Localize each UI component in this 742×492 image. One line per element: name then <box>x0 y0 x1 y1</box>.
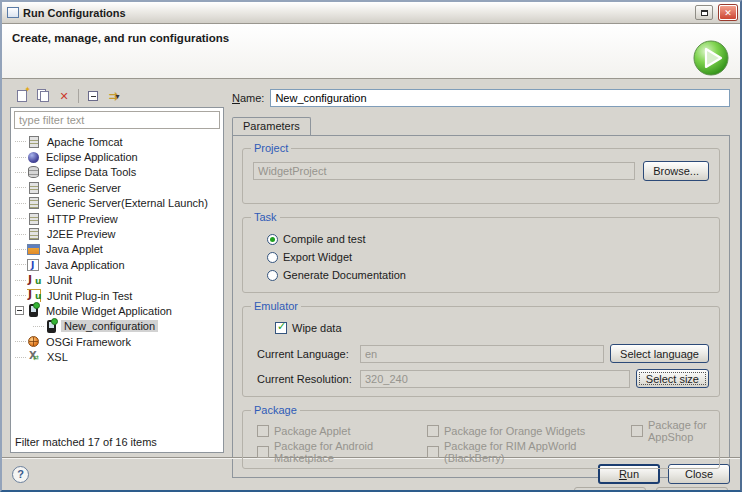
tree-item-label: J2EE Preview <box>44 228 118 240</box>
tree-item-apache-tomcat[interactable]: Apache Tomcat <box>13 134 223 149</box>
tree-item-eclipse-data-tools[interactable]: Eclipse Data Tools <box>13 165 223 180</box>
duplicate-button[interactable] <box>33 87 53 105</box>
select-size-button[interactable]: Select size <box>636 369 709 388</box>
task-options: Compile and testExport WidgetGenerate Do… <box>253 230 709 284</box>
database-icon <box>28 166 39 178</box>
tree-guide-line <box>15 157 26 158</box>
delete-icon: ✕ <box>59 90 68 103</box>
tree-item-new-configuration[interactable]: New_configuration <box>13 319 223 334</box>
window-icon <box>7 7 19 18</box>
checkbox-package-for-appshop: Package for AppShop <box>631 423 709 439</box>
current-language-field <box>360 345 604 363</box>
tree-item-mobile-widget-application[interactable]: Mobile Widget Application <box>13 303 223 318</box>
checkbox-icon <box>427 446 439 458</box>
tree-item-generic-server[interactable]: Generic Server <box>13 180 223 195</box>
tree-item-label: Eclipse Data Tools <box>43 166 139 178</box>
phone-icon <box>29 304 38 317</box>
current-resolution-field <box>360 370 630 388</box>
xsl-icon <box>27 351 41 364</box>
new-configuration-icon <box>17 90 27 102</box>
tree-item-label: XSL <box>44 351 71 363</box>
collapse-expander-icon[interactable] <box>15 306 24 315</box>
tree-guide-line <box>15 141 26 142</box>
radio-label: Compile and test <box>283 233 366 245</box>
checkbox-package-applet: Package Applet <box>257 423 427 439</box>
collapse-all-button[interactable] <box>83 87 103 105</box>
config-tree: Apache TomcatEclipse ApplicationEclipse … <box>11 132 223 433</box>
filter-button[interactable]: ⇉▾ <box>104 87 124 105</box>
close-window-button[interactable]: ✕ <box>719 5 737 20</box>
wipe-data-checkbox[interactable]: ✓ <box>275 322 287 334</box>
tree-item-label: Java Application <box>42 259 128 271</box>
tree-item-java-applet[interactable]: Java Applet <box>13 242 223 257</box>
restore-icon <box>701 10 708 16</box>
window-title: Run Configurations <box>23 7 691 19</box>
tree-item-junit[interactable]: JUnit <box>13 273 223 288</box>
tree-item-xsl[interactable]: XSL <box>13 349 223 364</box>
applet-icon <box>27 244 40 255</box>
server-icon <box>29 136 39 148</box>
checkbox-package-for-android-marketplace: Package for Android Marketplace <box>257 444 427 460</box>
new-configuration-button[interactable] <box>12 87 32 105</box>
checkbox-label: Package for Android Marketplace <box>274 440 427 464</box>
project-field <box>253 162 635 180</box>
tree-item-label: OSGi Framework <box>43 336 134 348</box>
launch-toolbar: ✕ ⇉▾ <box>10 85 224 107</box>
filter-input[interactable] <box>14 111 220 129</box>
radio-icon[interactable] <box>267 252 278 263</box>
run-configurations-dialog: Run Configurations ✕ Create, manage, and… <box>0 0 742 492</box>
configurations-panel: Apache TomcatEclipse ApplicationEclipse … <box>10 107 224 453</box>
radio-icon[interactable] <box>267 234 278 245</box>
wipe-data-label: Wipe data <box>292 322 342 334</box>
server-icon <box>29 213 39 225</box>
radio-export-widget[interactable]: Export Widget <box>267 248 709 266</box>
checkbox-icon <box>257 425 269 437</box>
package-group: Package Package AppletPackage for Orange… <box>242 410 720 469</box>
tree-guide-line <box>15 234 26 235</box>
run-launch-icon <box>692 39 730 77</box>
radio-label: Export Widget <box>283 251 352 263</box>
tree-item-label: Generic Server <box>44 182 124 194</box>
checkbox-label: Package Applet <box>274 425 350 437</box>
tree-item-junit-plug-in-test[interactable]: JUnit Plug-in Test <box>13 288 223 303</box>
tree-item-label: Eclipse Application <box>43 151 141 163</box>
tree-item-label: JUnit Plug-in Test <box>44 290 135 302</box>
radio-icon[interactable] <box>267 270 278 281</box>
junit-plugin-icon <box>27 289 41 302</box>
name-input[interactable] <box>270 89 730 107</box>
tree-item-label: Java Applet <box>43 243 106 255</box>
tree-guide-line <box>15 357 26 358</box>
checkbox-icon <box>257 446 269 458</box>
name-label: Name: <box>232 92 264 104</box>
tree-guide-line <box>15 249 26 250</box>
titlebar[interactable]: Run Configurations ✕ <box>2 2 740 24</box>
checkbox-package-for-orange-widgets: Package for Orange Widgets <box>427 423 631 439</box>
checkmark-icon: ✓ <box>277 320 286 333</box>
checkbox-package-for-rim-appworld-blackberry: Package for RIM AppWorld (BlackBerry) <box>427 444 631 460</box>
tree-item-label: Apache Tomcat <box>44 136 126 148</box>
tree-item-j2ee-preview[interactable]: J2EE Preview <box>13 226 223 241</box>
server-icon <box>29 182 39 194</box>
task-group: Task Compile and testExport WidgetGenera… <box>242 217 720 293</box>
tree-guide-line <box>15 172 26 173</box>
dialog-body: ✕ ⇉▾ Apache TomcatEclipse ApplicationEcl… <box>2 79 740 457</box>
help-button[interactable]: ? <box>12 466 29 483</box>
current-language-label: Current Language: <box>257 348 354 360</box>
restore-button[interactable] <box>695 5 713 20</box>
radio-compile-and-test[interactable]: Compile and test <box>267 230 709 248</box>
checkbox-label: Package for RIM AppWorld (BlackBerry) <box>444 440 631 464</box>
banner: Create, manage, and run configurations <box>2 24 740 79</box>
tree-item-eclipse-application[interactable]: Eclipse Application <box>13 149 223 164</box>
delete-button[interactable]: ✕ <box>54 87 74 105</box>
browse-button[interactable]: Browse... <box>643 161 709 181</box>
select-language-button[interactable]: Select language <box>610 344 709 363</box>
tree-item-http-preview[interactable]: HTTP Preview <box>13 211 223 226</box>
tree-guide-line <box>15 295 26 296</box>
tree-item-generic-server-external-launch[interactable]: Generic Server(External Launch) <box>13 196 223 211</box>
radio-generate-documentation[interactable]: Generate Documentation <box>267 266 709 284</box>
tree-item-osgi-framework[interactable]: OSGi Framework <box>13 334 223 349</box>
tree-item-java-application[interactable]: Java Application <box>13 257 223 272</box>
checkbox-icon <box>427 425 439 437</box>
osgi-icon <box>28 336 39 347</box>
tab-parameters[interactable]: Parameters <box>232 117 311 135</box>
